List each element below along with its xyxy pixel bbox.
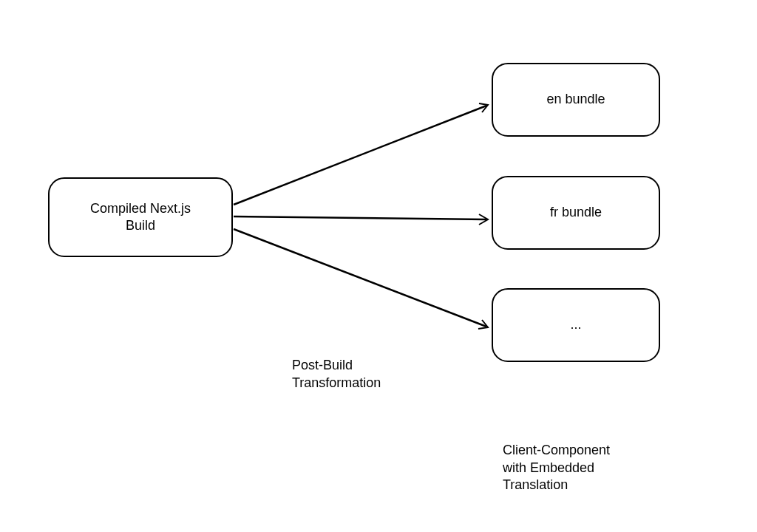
right-label-text: Client-Component with Embedded Translati… xyxy=(503,443,610,492)
arrow-to-fr xyxy=(234,214,488,225)
arrow-to-more xyxy=(234,229,488,329)
svg-line-0 xyxy=(234,106,486,205)
target-box-more-label: ... xyxy=(570,316,581,333)
svg-line-2 xyxy=(234,229,486,327)
right-label: Client-Component with Embedded Translati… xyxy=(503,425,610,494)
center-label-text: Post-Build Transformation xyxy=(292,358,381,389)
svg-line-1 xyxy=(234,216,486,219)
center-label: Post-Build Transformation xyxy=(292,340,381,392)
target-box-more: ... xyxy=(492,288,660,362)
source-box: Compiled Next.js Build xyxy=(48,177,233,257)
target-box-fr-label: fr bundle xyxy=(550,204,602,221)
target-box-en-label: en bundle xyxy=(546,91,605,108)
target-box-en: en bundle xyxy=(492,63,660,137)
target-box-fr: fr bundle xyxy=(492,176,660,250)
source-box-label: Compiled Next.js Build xyxy=(90,200,191,235)
arrow-to-en xyxy=(234,103,488,205)
